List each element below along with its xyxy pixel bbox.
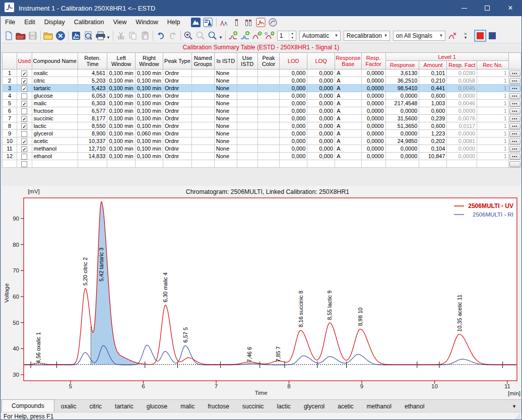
used-checkbox[interactable]: ✓	[21, 146, 27, 152]
cell-amount[interactable]: 0,101	[419, 69, 447, 77]
cell-lod[interactable]: 0,000	[280, 77, 307, 85]
cell-peak-type[interactable]: Ordnr	[163, 100, 192, 107]
cell-response-base[interactable]	[335, 160, 362, 168]
cell-lod[interactable]	[280, 160, 307, 168]
tab-acetic[interactable]: acetic	[331, 401, 360, 412]
cell-rec-no[interactable]: 1	[477, 122, 509, 130]
open-file-icon[interactable]	[15, 30, 27, 42]
cell-peak-type[interactable]: Ordnr	[163, 92, 192, 100]
resize-grip[interactable]	[514, 413, 521, 419]
cell-peak-type[interactable]	[163, 160, 192, 168]
cell-response[interactable]: 0,0000	[385, 107, 419, 115]
cell-compound-name[interactable]: lactic	[32, 122, 78, 130]
cell-used[interactable]	[17, 130, 32, 137]
cell-resp-factor[interactable]: 0,0000	[361, 69, 385, 77]
cell-compound-name[interactable]: malic	[32, 100, 78, 107]
cell-loq[interactable]: 0,000	[307, 69, 335, 77]
open-folder-icon[interactable]	[42, 30, 54, 42]
cell-is-istd[interactable]: None	[214, 130, 237, 137]
tab-methanol[interactable]: methanol	[360, 401, 398, 412]
save-icon[interactable]	[27, 30, 39, 42]
menu-help[interactable]: Help	[163, 19, 185, 26]
cell-compound-name[interactable]: tartaric	[32, 85, 78, 92]
header-left-window[interactable]: Left Window	[107, 53, 135, 69]
expand-button[interactable]: ▪▪▪	[509, 138, 520, 145]
table-row[interactable]: 10✓acetic10,3370,100 min0,100 minOrdnrNo…	[3, 137, 521, 145]
remove-response-icon[interactable]	[447, 30, 459, 42]
cell-peak-type[interactable]: Ordnr	[163, 145, 192, 153]
cell-amount[interactable]	[419, 160, 447, 168]
cell-response-base[interactable]: A	[335, 77, 362, 85]
cell-rec-no[interactable]: 1	[477, 153, 509, 160]
cell-used[interactable]: ✓	[17, 122, 32, 130]
undo-icon[interactable]	[155, 30, 167, 42]
cell-expand[interactable]: ▪▪▪	[508, 107, 521, 115]
cell-compound-name[interactable]: methanol	[32, 145, 78, 153]
cell-right-window[interactable]: 0,100 min	[135, 122, 163, 130]
zoom-out-icon[interactable]	[194, 30, 207, 42]
cell-rec-no[interactable]	[477, 160, 509, 168]
cell-used[interactable]	[17, 153, 32, 160]
cell-loq[interactable]: 0,000	[307, 137, 335, 145]
cell-resp-fact[interactable]: 0,0117	[447, 122, 477, 130]
cell-peak-type[interactable]: Ordnr	[163, 130, 192, 137]
print-preview-icon[interactable]	[82, 30, 94, 42]
cell-peak-type[interactable]: Ordnr	[163, 69, 192, 77]
cell-expand[interactable]: ▪▪▪	[508, 137, 521, 145]
cell-response[interactable]: 51,3650	[385, 122, 419, 130]
header-is-istd[interactable]: Is ISTD	[214, 53, 237, 69]
cell-reten-time[interactable]: 10,337	[78, 137, 107, 145]
cell-right-window[interactable]: 0,100 min	[135, 69, 163, 77]
tab-ethanol[interactable]: ethanol	[398, 401, 431, 412]
header-used[interactable]: Used	[17, 53, 32, 69]
header-amount[interactable]: Amount	[419, 61, 447, 69]
cell-resp-factor[interactable]: 0,0000	[361, 153, 385, 160]
zoom-in-icon[interactable]	[182, 30, 194, 42]
cell-is-istd[interactable]: None	[214, 115, 237, 122]
signal1-button[interactable]	[474, 30, 486, 42]
cell-lod[interactable]: 0,000	[280, 130, 307, 137]
cell-named-groups[interactable]	[191, 92, 214, 100]
tab-oxalic[interactable]: oxalic	[54, 401, 83, 412]
cell-lod[interactable]: 0,000	[280, 137, 307, 145]
cell-response-base[interactable]: A	[335, 122, 362, 130]
table-row[interactable]: 6fructose6,5770,100 min0,100 minOrdnrNon…	[3, 107, 521, 115]
cell-response[interactable]: 217,4548	[385, 100, 419, 107]
expand-button[interactable]: ▪▪▪	[509, 108, 520, 114]
cell-left-window[interactable]: 0,100 min	[107, 130, 135, 137]
cell-right-window[interactable]: 0,100 min	[135, 107, 163, 115]
cell-resp-fact[interactable]: 0,0280	[447, 69, 477, 77]
settings-circle-icon[interactable]	[268, 17, 278, 27]
cell-peak-color[interactable]	[257, 145, 280, 153]
cell-use-istd[interactable]	[237, 100, 257, 107]
cell-loq[interactable]: 0,000	[307, 145, 335, 153]
cell-rec-no[interactable]: 1	[477, 92, 509, 100]
add-group-response-icon[interactable]: GR	[264, 30, 276, 42]
used-checkbox[interactable]	[21, 108, 27, 114]
cell-response[interactable]: 0,0000	[385, 92, 419, 100]
cell-right-window[interactable]	[135, 160, 163, 168]
cell-resp-factor[interactable]	[361, 160, 385, 168]
method-icon[interactable]	[203, 17, 213, 27]
cell-peak-color[interactable]	[257, 153, 280, 160]
header-rec-no[interactable]: Rec No.	[477, 61, 509, 69]
chromatogram-chart[interactable]: 4,56 oxalic 15,20 citric 25,42 tartaric …	[2, 186, 521, 399]
header-level1[interactable]: Level 1	[385, 53, 508, 61]
cell-compound-name[interactable]: citric	[32, 77, 78, 85]
cell-use-istd[interactable]	[237, 77, 257, 85]
cell-used[interactable]: ✓	[17, 145, 32, 153]
used-checkbox[interactable]: ✓	[21, 123, 27, 129]
cell-named-groups[interactable]	[191, 160, 214, 168]
cell-right-window[interactable]: 0,100 min	[135, 92, 163, 100]
tabs-overflow-icon[interactable]: ▼	[512, 404, 516, 412]
table-row[interactable]: 9glycerol8,9000,100 min0,060 minOrdnrNon…	[3, 130, 521, 137]
tab-citric[interactable]: citric	[83, 401, 108, 412]
cell-is-istd[interactable]: None	[214, 145, 237, 153]
expand-button[interactable]: ▪▪▪	[509, 71, 520, 77]
cell-left-window[interactable]: 0,100 min	[107, 153, 135, 160]
cell-lod[interactable]: 0,000	[280, 100, 307, 107]
cell-resp-factor[interactable]: 0,0000	[361, 107, 385, 115]
cell-reten-time[interactable]: 6,053	[78, 92, 107, 100]
cell-expand[interactable]: ▪▪▪	[508, 130, 521, 137]
cell-response[interactable]: 36,2510	[385, 77, 419, 85]
